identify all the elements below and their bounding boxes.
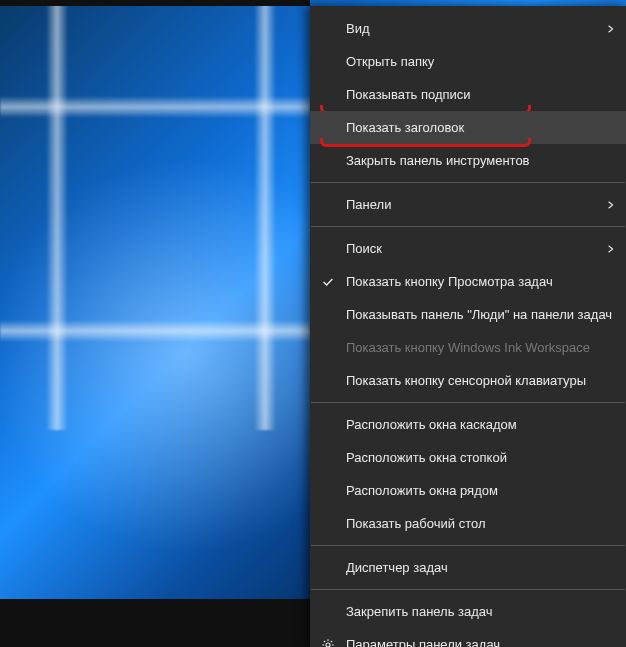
menu-item[interactable]: Открыть папку bbox=[310, 45, 626, 78]
menu-item-label: Показать кнопку Просмотра задач bbox=[346, 274, 553, 289]
menu-item-label: Закрепить панель задач bbox=[346, 604, 493, 619]
chevron-right-icon bbox=[606, 200, 616, 210]
menu-item-label: Поиск bbox=[346, 241, 382, 256]
menu-item-label: Показать заголовок bbox=[346, 120, 464, 135]
chevron-right-icon bbox=[606, 24, 616, 34]
menu-item-label: Расположить окна стопкой bbox=[346, 450, 507, 465]
menu-item[interactable]: Вид bbox=[310, 12, 626, 45]
menu-item[interactable]: Расположить окна каскадом bbox=[310, 408, 626, 441]
top-border-strip bbox=[0, 0, 310, 6]
menu-item-label: Расположить окна рядом bbox=[346, 483, 498, 498]
check-icon bbox=[320, 274, 336, 290]
menu-item[interactable]: Расположить окна рядом bbox=[310, 474, 626, 507]
menu-item-label: Вид bbox=[346, 21, 370, 36]
menu-item[interactable]: Расположить окна стопкой bbox=[310, 441, 626, 474]
menu-item[interactable]: Показывать панель "Люди" на панели задач bbox=[310, 298, 626, 331]
menu-item-label: Показать кнопку Windows Ink Workspace bbox=[346, 340, 590, 355]
menu-item-label: Закрыть панель инструментов bbox=[346, 153, 530, 168]
menu-separator bbox=[311, 589, 625, 590]
menu-item-label: Показать кнопку сенсорной клавиатуры bbox=[346, 373, 586, 388]
windows-logo-light bbox=[0, 0, 310, 430]
menu-item-label: Показывать подписи bbox=[346, 87, 471, 102]
taskbar-context-menu: ВидОткрыть папкуПоказывать подписиПоказа… bbox=[310, 6, 626, 647]
menu-item-label: Диспетчер задач bbox=[346, 560, 448, 575]
menu-item[interactable]: Диспетчер задач bbox=[310, 551, 626, 584]
menu-separator bbox=[311, 402, 625, 403]
menu-item[interactable]: Показать кнопку сенсорной клавиатуры bbox=[310, 364, 626, 397]
menu-separator bbox=[311, 545, 625, 546]
menu-item-label: Расположить окна каскадом bbox=[346, 417, 517, 432]
menu-item[interactable]: Показать кнопку Просмотра задач bbox=[310, 265, 626, 298]
menu-item[interactable]: Показать рабочий стол bbox=[310, 507, 626, 540]
menu-item[interactable]: Показывать подписи bbox=[310, 78, 626, 111]
menu-item: Показать кнопку Windows Ink Workspace bbox=[310, 331, 626, 364]
menu-item-label: Открыть папку bbox=[346, 54, 434, 69]
menu-item[interactable]: Поиск bbox=[310, 232, 626, 265]
menu-item-label: Параметры панели задач bbox=[346, 637, 500, 647]
menu-separator bbox=[311, 182, 625, 183]
menu-item[interactable]: Параметры панели задач bbox=[310, 628, 626, 647]
svg-point-0 bbox=[326, 642, 330, 646]
menu-item[interactable]: Закрыть панель инструментов bbox=[310, 144, 626, 177]
menu-item-label: Панели bbox=[346, 197, 391, 212]
menu-item[interactable]: Показать заголовок bbox=[310, 111, 626, 144]
chevron-right-icon bbox=[606, 244, 616, 254]
menu-item[interactable]: Закрепить панель задач bbox=[310, 595, 626, 628]
gear-icon bbox=[320, 637, 336, 648]
taskbar[interactable] bbox=[0, 599, 310, 647]
menu-item-label: Показывать панель "Люди" на панели задач bbox=[346, 307, 612, 322]
menu-item[interactable]: Панели bbox=[310, 188, 626, 221]
menu-item-label: Показать рабочий стол bbox=[346, 516, 485, 531]
menu-separator bbox=[311, 226, 625, 227]
